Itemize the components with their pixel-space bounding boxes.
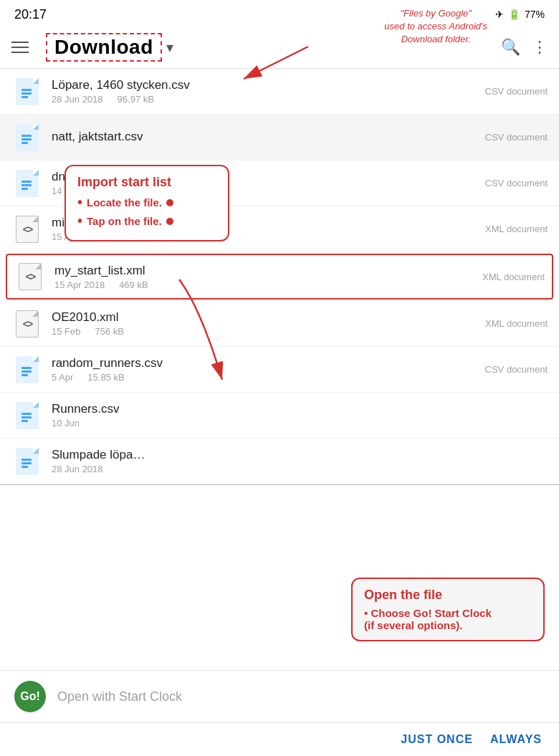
file-icon-csv xyxy=(11,448,43,475)
annotation-google: "Files by Google" used to access Android… xyxy=(384,7,487,47)
file-icon-csv xyxy=(11,170,43,197)
file-info: Löpare, 1460 stycken.csv 28 Jun 2018 96.… xyxy=(52,78,483,105)
callout-open: Open the file • Choose Go! Start Clock(i… xyxy=(351,578,545,641)
file-size: 15.85 kB xyxy=(87,372,124,383)
svg-rect-17 xyxy=(22,466,28,468)
file-info: my_start_list.xml 15 Apr 2018 469 kB xyxy=(54,264,480,290)
file-name: my_start_list.xml xyxy=(54,264,480,278)
status-icons: ✈ 🔋 77% xyxy=(495,9,545,20)
dropdown-icon[interactable]: ▾ xyxy=(166,39,173,56)
file-type: XML document xyxy=(483,224,548,234)
file-date: 5 Apr xyxy=(52,372,73,383)
file-meta: 15 Feb 756 kB xyxy=(52,326,483,337)
status-time: 20:17 xyxy=(14,7,47,22)
toolbar-title: Download xyxy=(46,33,162,62)
file-name: Löpare, 1460 stycken.csv xyxy=(52,78,483,92)
battery-percent: 77% xyxy=(525,9,545,20)
callout-open-text: • Choose Go! Start Clock(if several opti… xyxy=(364,607,532,631)
svg-rect-6 xyxy=(22,181,32,183)
always-button[interactable]: ALWAYS xyxy=(490,733,542,746)
file-icon-csv xyxy=(11,402,43,429)
callout-import-step1: Locate the file. xyxy=(77,194,216,211)
file-icon-csv xyxy=(11,124,43,151)
file-list: Löpare, 1460 stycken.csv 28 Jun 2018 96.… xyxy=(0,69,559,484)
svg-rect-2 xyxy=(22,96,28,98)
svg-rect-5 xyxy=(22,142,28,144)
file-size: 469 kB xyxy=(119,279,148,290)
file-item[interactable]: natt, jaktstart.csv CSV document xyxy=(0,115,559,161)
file-info: natt, jaktstart.csv xyxy=(52,130,483,145)
svg-rect-15 xyxy=(22,459,32,461)
file-date: 15 Apr 2018 xyxy=(54,279,105,290)
svg-rect-7 xyxy=(22,184,32,186)
search-icon[interactable]: 🔍 xyxy=(501,38,520,57)
toolbar-actions: 🔍 ⋮ xyxy=(501,38,548,57)
svg-rect-11 xyxy=(22,374,28,376)
svg-rect-8 xyxy=(22,188,28,190)
svg-rect-1 xyxy=(22,92,32,95)
file-type: XML document xyxy=(480,272,545,282)
open-with-row[interactable]: Go! Open with Start Clock xyxy=(0,671,559,723)
file-name: random_runners.csv xyxy=(52,356,483,370)
file-item[interactable]: Runners.csv 10 Jun xyxy=(0,393,559,439)
callout-import: Import start list Locate the file. Tap o… xyxy=(64,165,229,241)
file-name: Runners.csv xyxy=(52,402,483,416)
file-date: 28 Jun 2018 xyxy=(52,464,103,474)
open-with-text: Open with Start Clock xyxy=(57,689,182,704)
file-name: Slumpade löpa… xyxy=(52,448,483,462)
file-item-selected[interactable]: <> my_start_list.xml 15 Apr 2018 469 kB … xyxy=(6,254,553,300)
file-name: OE2010.xml xyxy=(52,310,483,325)
svg-rect-0 xyxy=(22,89,32,91)
file-meta: 28 Jun 2018 96.97 kB xyxy=(52,94,483,105)
file-icon-xml: <> xyxy=(14,263,46,290)
file-type: CSV document xyxy=(483,86,548,97)
file-item[interactable]: Löpare, 1460 stycken.csv 28 Jun 2018 96.… xyxy=(0,69,559,115)
callout-import-title: Import start list xyxy=(77,175,216,190)
file-size: 756 kB xyxy=(95,326,123,337)
file-icon-csv xyxy=(11,356,43,383)
callout-import-step2: Tap on the file. xyxy=(77,213,216,229)
svg-rect-9 xyxy=(22,367,32,369)
more-options-icon[interactable]: ⋮ xyxy=(532,38,548,57)
file-type: CSV document xyxy=(483,364,548,375)
airplane-icon: ✈ xyxy=(495,9,504,20)
svg-rect-10 xyxy=(22,370,32,373)
just-once-button[interactable]: JUST ONCE xyxy=(401,733,473,746)
step1-dot xyxy=(166,199,173,206)
battery-icon: 🔋 xyxy=(508,9,520,20)
file-item[interactable]: <> OE2010.xml 15 Feb 756 kB XML document xyxy=(0,301,559,347)
bottom-bar: Go! Open with Start Clock JUST ONCE ALWA… xyxy=(0,670,559,756)
hamburger-menu-button[interactable] xyxy=(11,34,37,60)
file-type: CSV document xyxy=(483,132,548,143)
svg-rect-14 xyxy=(22,420,28,422)
file-info: random_runners.csv 5 Apr 15.85 kB xyxy=(52,356,483,383)
file-name: natt, jaktstart.csv xyxy=(52,130,483,144)
file-date: 28 Jun 2018 xyxy=(52,94,103,105)
callout-import-steps: Locate the file. Tap on the file. xyxy=(77,194,216,229)
annotation-google-text: "Files by Google" used to access Android… xyxy=(384,7,487,47)
file-item[interactable]: Slumpade löpa… 28 Jun 2018 xyxy=(0,439,559,484)
svg-rect-16 xyxy=(22,462,32,464)
file-type: CSV document xyxy=(483,178,548,188)
file-icon-csv xyxy=(11,78,43,105)
svg-rect-3 xyxy=(22,135,32,137)
separator xyxy=(0,484,559,485)
file-icon-xml: <> xyxy=(11,310,43,338)
svg-rect-4 xyxy=(22,138,32,140)
app-icon: Go! xyxy=(14,681,46,712)
file-meta: 15 Apr 2018 469 kB xyxy=(54,279,480,290)
file-icon-xml: <> xyxy=(11,216,43,243)
file-meta: 28 Jun 2018 xyxy=(52,464,483,474)
file-meta: 5 Apr 15.85 kB xyxy=(52,372,483,383)
file-date: 15 Feb xyxy=(52,326,80,337)
file-size: 96.97 kB xyxy=(118,94,154,105)
file-info: Runners.csv 10 Jun xyxy=(52,402,483,429)
file-date: 10 Jun xyxy=(52,418,80,429)
file-item[interactable]: random_runners.csv 5 Apr 15.85 kB CSV do… xyxy=(0,347,559,393)
file-type: XML document xyxy=(483,318,548,329)
file-info: OE2010.xml 15 Feb 756 kB xyxy=(52,310,483,337)
step2-dot xyxy=(166,218,173,225)
svg-rect-12 xyxy=(22,413,32,415)
file-meta: 10 Jun xyxy=(52,418,483,429)
file-info: Slumpade löpa… 28 Jun 2018 xyxy=(52,448,483,474)
